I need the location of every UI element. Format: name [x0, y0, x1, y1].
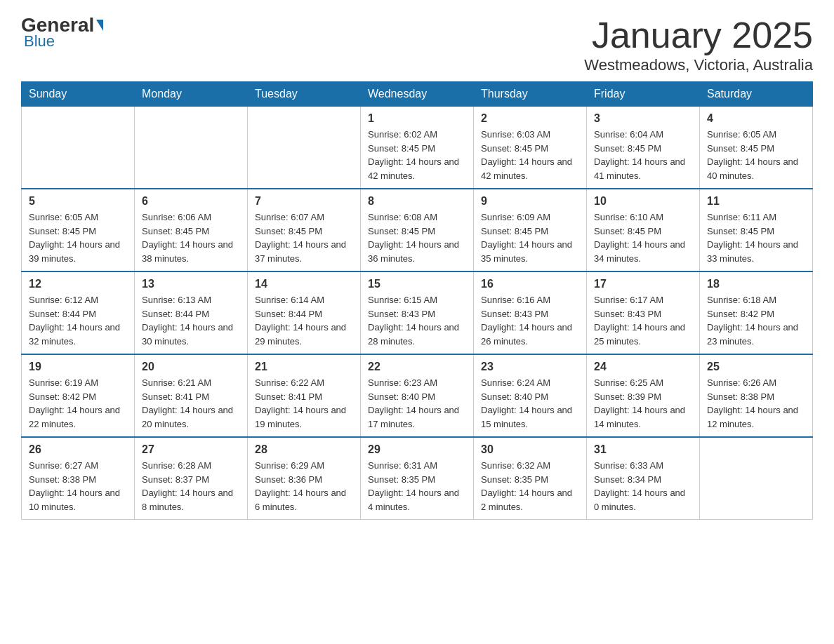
- day-number: 22: [368, 361, 466, 373]
- calendar-cell: 23Sunrise: 6:24 AMSunset: 8:40 PMDayligh…: [474, 354, 587, 437]
- calendar-week-row: 1Sunrise: 6:02 AMSunset: 8:45 PMDaylight…: [22, 107, 813, 189]
- calendar-cell: 11Sunrise: 6:11 AMSunset: 8:45 PMDayligh…: [700, 189, 813, 271]
- day-info: Sunrise: 6:23 AMSunset: 8:40 PMDaylight:…: [368, 376, 466, 431]
- logo-blue: Blue: [24, 32, 55, 50]
- location: Westmeadows, Victoria, Australia: [584, 56, 813, 74]
- day-number: 4: [707, 112, 805, 125]
- day-number: 10: [594, 195, 692, 208]
- calendar-table: Sunday Monday Tuesday Wednesday Thursday…: [21, 81, 813, 520]
- day-number: 16: [481, 278, 579, 290]
- day-info: Sunrise: 6:14 AMSunset: 8:44 PMDaylight:…: [255, 293, 353, 348]
- day-number: 15: [368, 278, 466, 290]
- day-info: Sunrise: 6:28 AMSunset: 8:37 PMDaylight:…: [142, 459, 240, 514]
- day-number: 29: [368, 443, 466, 456]
- day-number: 8: [368, 195, 466, 208]
- calendar-cell: 3Sunrise: 6:04 AMSunset: 8:45 PMDaylight…: [587, 107, 700, 189]
- col-thursday: Thursday: [474, 82, 587, 107]
- calendar-cell: 30Sunrise: 6:32 AMSunset: 8:35 PMDayligh…: [474, 437, 587, 520]
- day-info: Sunrise: 6:03 AMSunset: 8:45 PMDaylight:…: [481, 128, 579, 182]
- calendar-cell: 2Sunrise: 6:03 AMSunset: 8:45 PMDaylight…: [474, 107, 587, 189]
- day-info: Sunrise: 6:05 AMSunset: 8:45 PMDaylight:…: [707, 128, 805, 182]
- day-info: Sunrise: 6:32 AMSunset: 8:35 PMDaylight:…: [481, 459, 579, 514]
- calendar-cell: 13Sunrise: 6:13 AMSunset: 8:44 PMDayligh…: [135, 271, 248, 354]
- col-wednesday: Wednesday: [361, 82, 474, 107]
- calendar-cell: [700, 437, 813, 520]
- day-info: Sunrise: 6:18 AMSunset: 8:42 PMDaylight:…: [707, 293, 805, 348]
- day-info: Sunrise: 6:10 AMSunset: 8:45 PMDaylight:…: [594, 210, 692, 265]
- day-number: 12: [29, 278, 127, 290]
- day-info: Sunrise: 6:13 AMSunset: 8:44 PMDaylight:…: [142, 293, 240, 348]
- day-info: Sunrise: 6:04 AMSunset: 8:45 PMDaylight:…: [594, 128, 692, 182]
- col-monday: Monday: [135, 82, 248, 107]
- calendar-cell: 22Sunrise: 6:23 AMSunset: 8:40 PMDayligh…: [361, 354, 474, 437]
- day-number: 25: [707, 361, 805, 373]
- calendar-cell: 12Sunrise: 6:12 AMSunset: 8:44 PMDayligh…: [22, 271, 135, 354]
- day-info: Sunrise: 6:29 AMSunset: 8:36 PMDaylight:…: [255, 459, 353, 514]
- day-number: 13: [142, 278, 240, 290]
- col-sunday: Sunday: [22, 82, 135, 107]
- calendar-cell: 15Sunrise: 6:15 AMSunset: 8:43 PMDayligh…: [361, 271, 474, 354]
- day-number: 18: [707, 278, 805, 290]
- calendar-cell: 16Sunrise: 6:16 AMSunset: 8:43 PMDayligh…: [474, 271, 587, 354]
- day-info: Sunrise: 6:09 AMSunset: 8:45 PMDaylight:…: [481, 210, 579, 265]
- day-info: Sunrise: 6:02 AMSunset: 8:45 PMDaylight:…: [368, 128, 466, 182]
- calendar-cell: 19Sunrise: 6:19 AMSunset: 8:42 PMDayligh…: [22, 354, 135, 437]
- calendar-cell: 8Sunrise: 6:08 AMSunset: 8:45 PMDaylight…: [361, 189, 474, 271]
- day-info: Sunrise: 6:15 AMSunset: 8:43 PMDaylight:…: [368, 293, 466, 348]
- day-number: 31: [594, 443, 692, 456]
- day-number: 3: [594, 112, 692, 125]
- calendar-cell: 4Sunrise: 6:05 AMSunset: 8:45 PMDaylight…: [700, 107, 813, 189]
- day-number: 5: [29, 195, 127, 208]
- day-info: Sunrise: 6:16 AMSunset: 8:43 PMDaylight:…: [481, 293, 579, 348]
- calendar-cell: [22, 107, 135, 189]
- calendar-cell: 28Sunrise: 6:29 AMSunset: 8:36 PMDayligh…: [248, 437, 361, 520]
- day-number: 19: [29, 361, 127, 373]
- col-tuesday: Tuesday: [248, 82, 361, 107]
- calendar-cell: 18Sunrise: 6:18 AMSunset: 8:42 PMDayligh…: [700, 271, 813, 354]
- day-number: 26: [29, 443, 127, 456]
- calendar-week-row: 26Sunrise: 6:27 AMSunset: 8:38 PMDayligh…: [22, 437, 813, 520]
- day-number: 30: [481, 443, 579, 456]
- logo: General Blue: [21, 14, 105, 51]
- calendar-cell: 5Sunrise: 6:05 AMSunset: 8:45 PMDaylight…: [22, 189, 135, 271]
- calendar-cell: 9Sunrise: 6:09 AMSunset: 8:45 PMDaylight…: [474, 189, 587, 271]
- calendar-cell: 26Sunrise: 6:27 AMSunset: 8:38 PMDayligh…: [22, 437, 135, 520]
- day-number: 2: [481, 112, 579, 125]
- calendar-cell: 17Sunrise: 6:17 AMSunset: 8:43 PMDayligh…: [587, 271, 700, 354]
- day-info: Sunrise: 6:11 AMSunset: 8:45 PMDaylight:…: [707, 210, 805, 265]
- month-title: January 2025: [584, 14, 813, 56]
- calendar-cell: 29Sunrise: 6:31 AMSunset: 8:35 PMDayligh…: [361, 437, 474, 520]
- day-info: Sunrise: 6:12 AMSunset: 8:44 PMDaylight:…: [29, 293, 127, 348]
- calendar-header-row: Sunday Monday Tuesday Wednesday Thursday…: [22, 82, 813, 107]
- day-number: 1: [368, 112, 466, 125]
- day-number: 17: [594, 278, 692, 290]
- day-info: Sunrise: 6:21 AMSunset: 8:41 PMDaylight:…: [142, 376, 240, 431]
- calendar-cell: 7Sunrise: 6:07 AMSunset: 8:45 PMDaylight…: [248, 189, 361, 271]
- day-info: Sunrise: 6:06 AMSunset: 8:45 PMDaylight:…: [142, 210, 240, 265]
- day-info: Sunrise: 6:07 AMSunset: 8:45 PMDaylight:…: [255, 210, 353, 265]
- calendar-week-row: 12Sunrise: 6:12 AMSunset: 8:44 PMDayligh…: [22, 271, 813, 354]
- calendar-cell: 20Sunrise: 6:21 AMSunset: 8:41 PMDayligh…: [135, 354, 248, 437]
- day-number: 21: [255, 361, 353, 373]
- day-number: 6: [142, 195, 240, 208]
- calendar-cell: [135, 107, 248, 189]
- day-number: 7: [255, 195, 353, 208]
- calendar-cell: 1Sunrise: 6:02 AMSunset: 8:45 PMDaylight…: [361, 107, 474, 189]
- col-saturday: Saturday: [700, 82, 813, 107]
- day-number: 24: [594, 361, 692, 373]
- day-info: Sunrise: 6:25 AMSunset: 8:39 PMDaylight:…: [594, 376, 692, 431]
- day-info: Sunrise: 6:05 AMSunset: 8:45 PMDaylight:…: [29, 210, 127, 265]
- calendar-cell: 27Sunrise: 6:28 AMSunset: 8:37 PMDayligh…: [135, 437, 248, 520]
- calendar-cell: 24Sunrise: 6:25 AMSunset: 8:39 PMDayligh…: [587, 354, 700, 437]
- day-info: Sunrise: 6:26 AMSunset: 8:38 PMDaylight:…: [707, 376, 805, 431]
- day-info: Sunrise: 6:17 AMSunset: 8:43 PMDaylight:…: [594, 293, 692, 348]
- calendar-week-row: 19Sunrise: 6:19 AMSunset: 8:42 PMDayligh…: [22, 354, 813, 437]
- day-number: 27: [142, 443, 240, 456]
- page-header: General Blue January 2025 Westmeadows, V…: [21, 14, 813, 74]
- day-info: Sunrise: 6:24 AMSunset: 8:40 PMDaylight:…: [481, 376, 579, 431]
- day-number: 14: [255, 278, 353, 290]
- day-number: 9: [481, 195, 579, 208]
- calendar-cell: [248, 107, 361, 189]
- calendar-cell: 10Sunrise: 6:10 AMSunset: 8:45 PMDayligh…: [587, 189, 700, 271]
- day-number: 20: [142, 361, 240, 373]
